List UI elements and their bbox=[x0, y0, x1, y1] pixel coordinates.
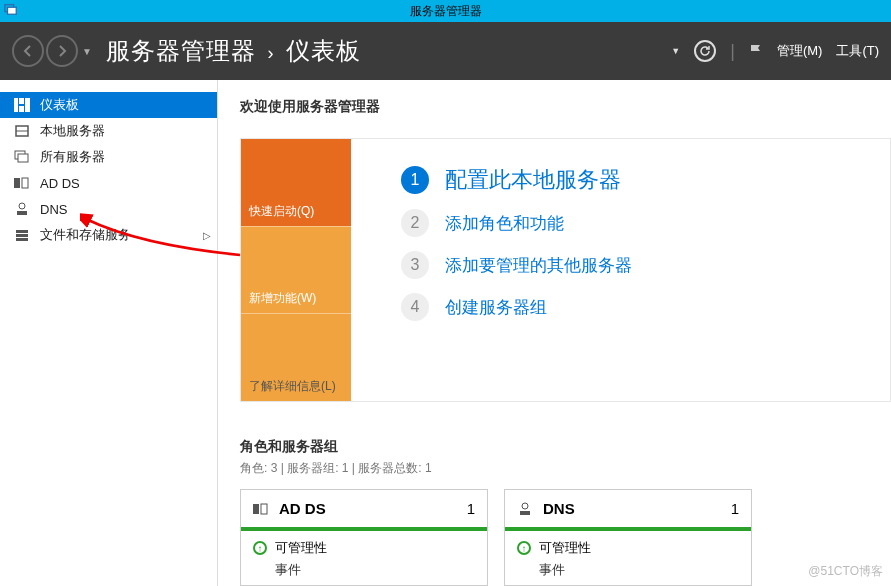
refresh-button[interactable] bbox=[694, 40, 716, 62]
sidebar-item-label: DNS bbox=[40, 202, 67, 217]
step-label: 配置此本地服务器 bbox=[445, 165, 621, 195]
role-tile-dns[interactable]: DNS 1 ↑可管理性 事件 bbox=[504, 489, 752, 586]
svg-rect-16 bbox=[16, 238, 28, 241]
role-name: AD DS bbox=[279, 500, 326, 517]
sidebar-item-all-servers[interactable]: 所有服务器 bbox=[0, 144, 217, 170]
quick-tiles: 快速启动(Q) 新增功能(W) 了解详细信息(L) bbox=[241, 139, 351, 401]
content-area: 欢迎使用服务器管理器 快速启动(Q) 新增功能(W) 了解详细信息(L) 1 配… bbox=[218, 80, 891, 586]
step-label: 添加要管理的其他服务器 bbox=[445, 254, 632, 277]
breadcrumb-app: 服务器管理器 bbox=[106, 37, 256, 64]
watermark: @51CTO博客 bbox=[808, 563, 883, 580]
nav-dropdown-icon[interactable]: ▼ bbox=[82, 46, 92, 57]
breadcrumb-page: 仪表板 bbox=[286, 37, 361, 64]
step-add-servers[interactable]: 3 添加要管理的其他服务器 bbox=[401, 251, 880, 279]
svg-rect-14 bbox=[16, 230, 28, 233]
welcome-panel: 快速启动(Q) 新增功能(W) 了解详细信息(L) 1 配置此本地服务器 2 添… bbox=[240, 138, 891, 402]
menu-manage[interactable]: 管理(M) bbox=[777, 42, 823, 60]
forward-button[interactable] bbox=[46, 35, 78, 67]
svg-rect-5 bbox=[25, 98, 30, 112]
sidebar-item-label: 仪表板 bbox=[40, 96, 79, 114]
svg-point-19 bbox=[522, 503, 528, 509]
svg-rect-9 bbox=[18, 154, 28, 162]
sidebar-item-file-storage[interactable]: 文件和存储服务 ▷ bbox=[0, 222, 217, 248]
step-label: 添加角色和功能 bbox=[445, 212, 564, 235]
storage-icon bbox=[14, 228, 30, 242]
role-name: DNS bbox=[543, 500, 575, 517]
sidebar-item-dashboard[interactable]: 仪表板 bbox=[0, 92, 217, 118]
svg-rect-11 bbox=[22, 178, 28, 188]
app-icon bbox=[4, 2, 18, 16]
step-number: 2 bbox=[401, 209, 429, 237]
ad-icon bbox=[14, 176, 30, 190]
sidebar-item-label: AD DS bbox=[40, 176, 80, 191]
step-number: 3 bbox=[401, 251, 429, 279]
ad-icon bbox=[253, 502, 269, 516]
dns-icon bbox=[14, 202, 30, 216]
sidebar-item-label: 所有服务器 bbox=[40, 148, 105, 166]
step-configure-local[interactable]: 1 配置此本地服务器 bbox=[401, 165, 880, 195]
server-icon bbox=[14, 124, 30, 138]
role-count: 1 bbox=[731, 500, 739, 517]
sidebar: 仪表板 本地服务器 所有服务器 AD DS DNS 文件和存储服务 ▷ bbox=[0, 80, 218, 586]
sidebar-item-label: 本地服务器 bbox=[40, 122, 105, 140]
servers-icon bbox=[14, 150, 30, 164]
roles-subtitle: 角色: 3 | 服务器组: 1 | 服务器总数: 1 bbox=[240, 460, 891, 477]
chevron-right-icon: ▷ bbox=[203, 230, 211, 241]
sidebar-item-label: 文件和存储服务 bbox=[40, 226, 131, 244]
svg-point-12 bbox=[19, 203, 25, 209]
tile-label: 了解详细信息(L) bbox=[249, 378, 336, 395]
separator: | bbox=[730, 41, 735, 62]
breadcrumb: 服务器管理器 › 仪表板 bbox=[106, 35, 361, 67]
svg-rect-4 bbox=[19, 106, 24, 112]
role-status: 可管理性 bbox=[539, 539, 591, 557]
svg-rect-3 bbox=[19, 98, 24, 104]
sidebar-item-local-server[interactable]: 本地服务器 bbox=[0, 118, 217, 144]
tile-learnmore[interactable]: 了解详细信息(L) bbox=[241, 313, 351, 401]
sidebar-item-ad-ds[interactable]: AD DS bbox=[0, 170, 217, 196]
title-bar: 服务器管理器 bbox=[0, 0, 891, 22]
tile-quickstart[interactable]: 快速启动(Q) bbox=[241, 139, 351, 226]
svg-rect-20 bbox=[520, 511, 530, 515]
tile-label: 快速启动(Q) bbox=[249, 203, 314, 220]
tile-whatsnew[interactable]: 新增功能(W) bbox=[241, 226, 351, 314]
dns-icon bbox=[517, 502, 533, 516]
role-count: 1 bbox=[467, 500, 475, 517]
status-up-icon: ↑ bbox=[517, 541, 531, 555]
roles-title: 角色和服务器组 bbox=[240, 438, 891, 456]
svg-rect-18 bbox=[261, 504, 267, 514]
role-row2: 事件 bbox=[241, 559, 487, 585]
welcome-title: 欢迎使用服务器管理器 bbox=[240, 98, 891, 116]
steps-list: 1 配置此本地服务器 2 添加角色和功能 3 添加要管理的其他服务器 4 创建服… bbox=[351, 139, 890, 401]
back-button[interactable] bbox=[12, 35, 44, 67]
sidebar-item-dns[interactable]: DNS bbox=[0, 196, 217, 222]
tile-label: 新增功能(W) bbox=[249, 290, 316, 307]
flag-icon[interactable] bbox=[749, 43, 763, 59]
svg-rect-2 bbox=[14, 98, 18, 112]
role-status: 可管理性 bbox=[275, 539, 327, 557]
step-number: 1 bbox=[401, 166, 429, 194]
role-row2: 事件 bbox=[505, 559, 751, 585]
roles-section: 角色和服务器组 角色: 3 | 服务器组: 1 | 服务器总数: 1 AD DS… bbox=[240, 438, 891, 586]
step-number: 4 bbox=[401, 293, 429, 321]
svg-rect-10 bbox=[14, 178, 20, 188]
step-create-group[interactable]: 4 创建服务器组 bbox=[401, 293, 880, 321]
status-up-icon: ↑ bbox=[253, 541, 267, 555]
dashboard-icon bbox=[14, 98, 30, 112]
breadcrumb-sep: › bbox=[268, 43, 275, 63]
window-title: 服务器管理器 bbox=[410, 3, 482, 20]
svg-rect-13 bbox=[17, 211, 27, 215]
step-label: 创建服务器组 bbox=[445, 296, 547, 319]
svg-rect-15 bbox=[16, 234, 28, 237]
step-add-roles[interactable]: 2 添加角色和功能 bbox=[401, 209, 880, 237]
header-bar: ▼ 服务器管理器 › 仪表板 ▼ | 管理(M) 工具(T) bbox=[0, 22, 891, 80]
svg-rect-1 bbox=[8, 7, 17, 14]
menu-tools[interactable]: 工具(T) bbox=[836, 42, 879, 60]
svg-rect-17 bbox=[253, 504, 259, 514]
role-tile-adds[interactable]: AD DS 1 ↑可管理性 事件 bbox=[240, 489, 488, 586]
header-caret-icon[interactable]: ▼ bbox=[671, 46, 680, 56]
